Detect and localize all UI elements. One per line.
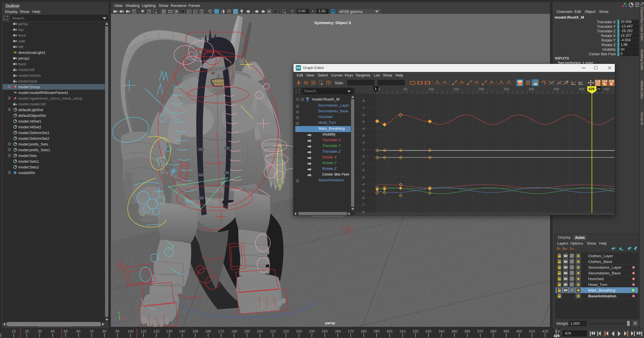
svg-text:3: 3 xyxy=(363,134,365,137)
svg-text:350: 350 xyxy=(554,87,559,91)
svg-text:429: 429 xyxy=(588,87,594,91)
svg-text:29: 29 xyxy=(597,87,600,91)
svg-text:4: 4 xyxy=(363,127,365,130)
svg-text:7: 7 xyxy=(363,106,365,110)
svg-text:-2: -2 xyxy=(362,168,365,172)
svg-text:250: 250 xyxy=(504,87,509,91)
svg-text:400: 400 xyxy=(579,87,584,91)
svg-text:100: 100 xyxy=(428,87,434,91)
svg-text:200: 200 xyxy=(478,87,484,91)
svg-text:0: 0 xyxy=(363,155,365,158)
svg-text:0: 0 xyxy=(378,87,380,91)
svg-text:50: 50 xyxy=(403,87,407,91)
svg-text:-7: -7 xyxy=(362,203,365,207)
svg-text:6: 6 xyxy=(363,113,365,117)
svg-text:x: x xyxy=(124,316,126,319)
svg-text:Symmetry: Object X: Symmetry: Object X xyxy=(314,21,351,25)
svg-text:2: 2 xyxy=(363,141,365,144)
svg-text:1: 1 xyxy=(363,148,365,151)
svg-text:300: 300 xyxy=(529,87,534,91)
svg-text:150: 150 xyxy=(453,87,459,91)
svg-text:450: 450 xyxy=(604,87,609,91)
svg-text:z: z xyxy=(114,324,116,327)
svg-text:-6: -6 xyxy=(362,196,365,200)
svg-text:-5: -5 xyxy=(362,189,365,193)
svg-text:-4: -4 xyxy=(362,182,365,186)
svg-text:8: 8 xyxy=(363,99,365,103)
svg-text:-3: -3 xyxy=(362,176,365,179)
svg-text:1: 1 xyxy=(375,87,377,91)
svg-text:y: y xyxy=(118,311,120,314)
svg-text:-1: -1 xyxy=(362,162,365,165)
svg-text:persp: persp xyxy=(325,321,335,325)
svg-text:5: 5 xyxy=(363,120,365,123)
